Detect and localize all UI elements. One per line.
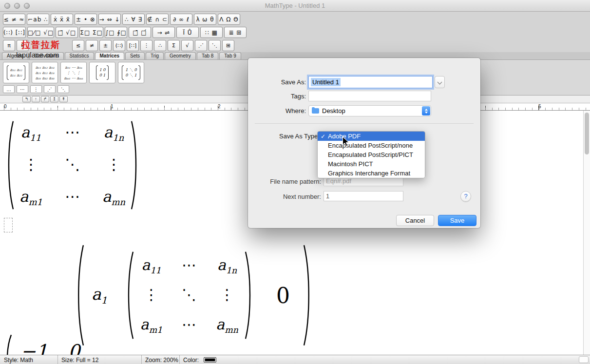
palette-relational-button[interactable]: ≤ ≠ ≈ [3, 14, 25, 25]
matrix-template-3x3[interactable]: a₁₁ a₁₂ a₁₃ a₂₁ a₂₂ a₂₃ a₃₁ a₃₂ a₃₃ [32, 62, 58, 83]
tab-matrices[interactable]: Matrices [95, 52, 125, 59]
box-templates-button[interactable]: ≣ ⊞ [224, 27, 247, 38]
palette-embellishments-button[interactable]: ẋ ẍ x̄ [51, 14, 73, 25]
integral-templates-button[interactable]: ∫□ ∮□ [105, 27, 127, 38]
zoom-button[interactable] [24, 3, 30, 9]
right-paren-icon [243, 250, 255, 341]
sigma-button[interactable]: Σ [168, 40, 180, 51]
tab-stop-right-button[interactable]: ↱ [41, 96, 49, 102]
palette-operators-button[interactable]: ± • ⊗ [75, 14, 97, 25]
save-as-label: Save As: [248, 78, 306, 86]
menu-item-adobe-pdf[interactable]: ✓ Adobe PDF [318, 132, 425, 141]
chevron-down-icon [425, 112, 428, 114]
expand-dialog-button[interactable] [435, 76, 445, 88]
tab-sets[interactable]: Sets [125, 52, 145, 59]
empty-slot-selection[interactable] [4, 218, 13, 232]
vdots-template[interactable]: ⋮ [30, 85, 42, 93]
tab-stop-bar-button[interactable]: ↟ [59, 96, 68, 102]
vdots-button[interactable]: ⋮ [140, 40, 152, 51]
save-button[interactable]: Save [438, 215, 476, 226]
resize-grip[interactable] [579, 356, 589, 363]
menu-item-macintosh-pict[interactable]: Macintosh PICT [318, 159, 425, 169]
help-button[interactable]: ? [460, 191, 471, 202]
palette-spaces-button[interactable]: ⌐ab ∴ [27, 14, 49, 25]
color-swatch[interactable] [204, 357, 216, 363]
palette-logic-button[interactable]: ∴ ∀ ∃ [122, 14, 145, 25]
fence-templates-button[interactable]: (∷) [∷] [3, 27, 26, 38]
menu-item-eps-pict[interactable]: Encapsulated PostScript/PICT [318, 150, 425, 159]
save-as-input[interactable]: Untitled 1 [308, 76, 433, 88]
palette-misc-button[interactable]: ∂ ∞ ℓ [170, 14, 192, 25]
plus-minus-button[interactable]: ± [99, 40, 112, 51]
palette-set-theory-button[interactable]: ∉ ∩ ⊂ [146, 14, 169, 25]
palette-arrows-button[interactable]: → ⇔ ↓ [98, 14, 121, 25]
paren-template-button[interactable]: (∷) [113, 40, 125, 51]
palette-greek-upper-button[interactable]: Λ Ω Θ [218, 14, 240, 25]
underbar-overbar-templates-button[interactable]: □̄ □́ [129, 27, 151, 38]
identity-template[interactable]: 1 0 0 1 [89, 62, 115, 83]
tags-input[interactable] [308, 91, 431, 101]
folder-icon [312, 108, 319, 114]
matrix-template-2x2[interactable]: a₁₁ a₁₂ a₂₁ a₂₂ [3, 62, 29, 83]
updots-button[interactable]: ⋰ [195, 40, 207, 51]
save-dialog: Save As: Untitled 1 Tags: Where: Desktop… [248, 58, 480, 228]
fraction-radical-templates-button[interactable]: □⁄□ √□ [27, 27, 54, 38]
diagonal-template[interactable]: 1 ⋱ 0 0 ⋱ 1 [118, 62, 144, 83]
where-label: Where: [248, 107, 306, 115]
ddots-template[interactable]: ⋱ [57, 85, 69, 93]
style-indicator: Style: Math [4, 357, 33, 364]
equation-expression[interactable]: a1 a11 ⋯ a1n ⋮ ⋱ ⋮ am1 ⋯ amn 0 [73, 243, 314, 347]
updots-template[interactable]: ⋰ [44, 85, 56, 93]
where-select[interactable]: Desktop [308, 105, 431, 116]
left-paren-icon [73, 243, 86, 347]
tab-statistics[interactable]: Statistics [65, 52, 94, 59]
sum-templates-button[interactable]: Σ□ Σ□ [79, 27, 103, 38]
matrix-template-mxn[interactable]: a₁₁ ⋯ a₁ₙ ⋮ ⋱ ⋮ aₘ₁ ⋯ aₘₙ [60, 62, 87, 83]
tab-stop-left-button[interactable]: ↰ [22, 96, 31, 102]
bracket-template-button[interactable]: [∷] [127, 40, 139, 51]
minimize-button[interactable] [14, 3, 20, 9]
check-icon: ✓ [321, 133, 328, 140]
product-templates-button[interactable]: Ï Ů [176, 27, 199, 38]
tab-stop-center-button[interactable]: ↑ [32, 96, 40, 102]
save-as-value: Untitled 1 [311, 78, 341, 86]
ruler-number: 1 [111, 104, 114, 109]
neq-button[interactable]: ≠ [86, 40, 98, 51]
matrix-cell: ⋱ [182, 286, 196, 305]
stepper-icon [422, 106, 430, 115]
next-number-input[interactable] [324, 191, 403, 201]
script-templates-button[interactable]: □̈ √□ [56, 27, 78, 38]
left-paren-icon [4, 119, 16, 211]
tab-stop-decimal-button[interactable]: ↥ [50, 96, 58, 102]
sqrt-button[interactable]: √ [181, 40, 193, 51]
cdots-template[interactable]: ⋯ [17, 85, 28, 93]
watermark-site: lapulace.com [16, 51, 59, 59]
tab-geometry[interactable]: Geometry [165, 52, 196, 59]
matrix-templates-button[interactable]: ∷ ▦ [200, 27, 223, 38]
color-indicator-label: Color: [183, 357, 199, 364]
clipped-equation[interactable]: −1 0 [3, 334, 80, 355]
leq-button[interactable]: ≤ [72, 40, 84, 51]
tab-8[interactable]: Tab 8 [197, 52, 218, 59]
equation-matrix[interactable]: a11 ⋯ a1n ⋮ ⋱ ⋮ am1 ⋯ amn [4, 119, 141, 211]
mouse-cursor-icon [342, 136, 349, 147]
left-paren-icon [124, 250, 135, 341]
scrollbar-thumb[interactable] [585, 113, 589, 154]
tab-stop-buttons: ↰ ↑ ↱ ↥ ↟ [22, 96, 68, 102]
tab-9[interactable]: Tab 9 [219, 52, 241, 59]
boxed-plus-button[interactable]: ⊞ [222, 40, 234, 51]
palette-greek-lower-button[interactable]: λ ω θ [194, 14, 216, 25]
menu-item-eps-none[interactable]: Encapsulated PostScript/none [318, 141, 425, 150]
pi-button[interactable]: π [3, 40, 15, 51]
ellipsis-template[interactable]: … [3, 85, 15, 93]
therefore-button[interactable]: ∴ [154, 40, 166, 51]
menu-item-gif[interactable]: Graphics Interchange Format [318, 169, 425, 178]
labeled-arrow-templates-button[interactable]: → ⇌ [152, 27, 175, 38]
vertical-scrollbar[interactable] [583, 111, 590, 355]
ddots-button[interactable]: ⋱ [209, 40, 221, 51]
close-button[interactable] [4, 3, 10, 9]
cancel-button[interactable]: Cancel [396, 215, 434, 226]
matrix-cell: ⋯ [65, 123, 80, 143]
file-pattern-label: File name pattern: [248, 178, 321, 185]
tab-trig[interactable]: Trig [146, 52, 164, 59]
